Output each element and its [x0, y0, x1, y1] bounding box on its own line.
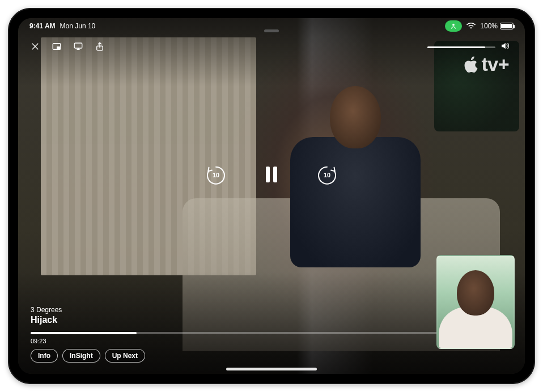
- svg-rect-2: [57, 46, 60, 49]
- apple-logo-icon: [464, 56, 480, 74]
- ipad-frame: 9:41 AM Mon Jun 10 100%: [8, 8, 535, 384]
- pause-button[interactable]: [261, 164, 282, 185]
- picture-in-picture-button[interactable]: [51, 41, 62, 52]
- svg-text:10: 10: [324, 172, 330, 178]
- wifi-icon: [466, 23, 476, 29]
- scrubber-fill: [31, 332, 137, 334]
- rewind-10-button[interactable]: 10: [203, 162, 228, 187]
- pip-person-face: [457, 270, 494, 316]
- speaker-icon: [500, 41, 510, 53]
- info-button[interactable]: Info: [31, 349, 58, 363]
- share-button[interactable]: [94, 41, 105, 52]
- svg-rect-3: [74, 43, 82, 48]
- elapsed-time: 09:23: [31, 338, 46, 344]
- insight-button[interactable]: InSight: [62, 349, 100, 363]
- front-camera-indicator: [264, 29, 279, 32]
- battery-icon: [500, 23, 514, 29]
- person-in-seat: [285, 86, 432, 290]
- series-title: Hijack: [31, 315, 62, 325]
- forward-10-button[interactable]: 10: [315, 162, 340, 187]
- episode-title: 3 Degrees: [31, 306, 62, 314]
- shareplay-icon: [449, 22, 457, 30]
- facetime-self-view[interactable]: [436, 255, 515, 349]
- airplay-button[interactable]: [73, 41, 84, 52]
- home-indicator[interactable]: [226, 368, 317, 370]
- up-next-button[interactable]: Up Next: [105, 349, 145, 363]
- close-button[interactable]: [29, 41, 41, 52]
- brand-text: tv+: [481, 53, 509, 75]
- volume-fill: [427, 46, 485, 48]
- screen: 9:41 AM Mon Jun 10 100%: [18, 18, 525, 374]
- svg-text:10: 10: [213, 172, 219, 178]
- shareplay-pill[interactable]: [445, 20, 462, 32]
- apple-tv-plus-watermark: tv+: [464, 53, 509, 75]
- battery-percent: 100%: [480, 22, 498, 30]
- status-date: Mon Jun 10: [60, 22, 96, 30]
- status-time: 9:41 AM: [29, 22, 56, 30]
- volume-control[interactable]: [427, 41, 510, 53]
- volume-slider[interactable]: [427, 46, 495, 48]
- svg-point-0: [452, 24, 455, 26]
